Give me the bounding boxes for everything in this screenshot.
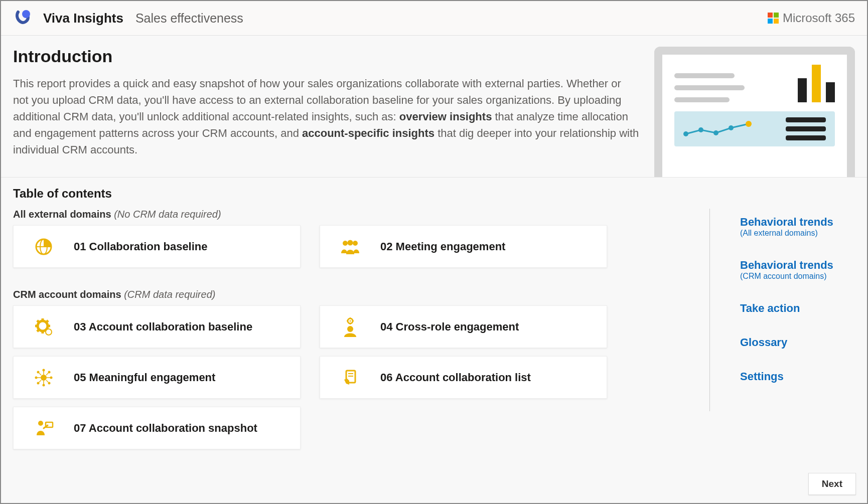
link-subtitle: (All external domains) [740, 229, 855, 238]
svg-line-42 [39, 373, 41, 375]
svg-point-2 [698, 127, 703, 132]
svg-point-23 [350, 320, 351, 321]
svg-line-19 [37, 329, 39, 331]
next-button[interactable]: Next [808, 473, 856, 495]
svg-point-34 [37, 371, 40, 373]
svg-point-4 [729, 125, 734, 130]
svg-point-9 [343, 241, 348, 246]
toc-card-account-collab-snapshot[interactable]: 07 Account collaboration snapshot [13, 407, 301, 449]
microsoft-logo-icon [768, 13, 779, 24]
svg-point-1 [683, 131, 688, 136]
svg-point-3 [713, 130, 718, 135]
svg-line-44 [39, 380, 41, 382]
intro-body: This report provides a quick and easy sn… [13, 75, 639, 158]
svg-point-31 [43, 384, 45, 386]
svg-line-43 [46, 373, 48, 375]
svg-point-11 [353, 241, 358, 246]
link-glossary[interactable]: Glossary [740, 336, 855, 349]
svg-line-20 [46, 320, 48, 322]
page-subtitle: Sales effectiveness [135, 11, 243, 26]
svg-point-28 [347, 326, 353, 332]
link-title: Take action [740, 302, 855, 315]
link-title: Behavioral trends [740, 259, 855, 272]
toc-heading: Table of contents [13, 187, 855, 201]
card-title: 04 Cross-role engagement [380, 320, 519, 333]
svg-point-29 [41, 375, 47, 381]
toc-card-account-collab-baseline[interactable]: 03 Account collaboration baseline [13, 305, 301, 348]
intro-bold-1: overview insights [399, 110, 492, 123]
svg-line-45 [46, 380, 48, 382]
group2-text: CRM account domains [13, 289, 121, 300]
toc-card-collaboration-baseline[interactable]: 01 Collaboration baseline [13, 225, 301, 268]
svg-point-35 [48, 371, 51, 373]
microsoft-365-brand: Microsoft 365 [768, 11, 855, 25]
person-gear-icon [320, 317, 380, 337]
intro-heading: Introduction [13, 47, 639, 66]
header-left: Viva Insights Sales effectiveness [13, 8, 243, 28]
toc-card-cross-role-engagement[interactable]: 04 Cross-role engagement [320, 305, 607, 348]
intro-section: Introduction This report provides a quic… [1, 36, 867, 178]
viva-logo-icon [13, 8, 33, 28]
link-take-action[interactable]: Take action [740, 302, 855, 315]
svg-line-17 [37, 320, 39, 322]
svg-point-36 [37, 382, 40, 384]
link-subtitle: (CRM account domains) [740, 272, 855, 281]
app-header: Viva Insights Sales effectiveness Micros… [1, 1, 867, 36]
svg-point-32 [35, 376, 38, 379]
svg-point-10 [348, 240, 353, 245]
person-presenting-icon [14, 419, 74, 437]
svg-point-49 [38, 421, 43, 426]
toc-area: Table of contents All external domains (… [1, 178, 867, 457]
link-settings[interactable]: Settings [740, 370, 855, 383]
intro-bold-2: account-specific insights [302, 127, 435, 139]
globe-pie-icon [14, 238, 74, 256]
link-behavioral-trends-all[interactable]: Behavioral trends (All external domains) [740, 216, 855, 238]
app-title: Viva Insights [43, 11, 123, 26]
link-behavioral-trends-crm[interactable]: Behavioral trends (CRM account domains) [740, 259, 855, 281]
link-title: Settings [740, 370, 855, 383]
gear-account-icon [14, 317, 74, 337]
toc-grid: All external domains (No CRM data requir… [13, 209, 610, 457]
intro-illustration [654, 47, 855, 177]
svg-point-5 [746, 121, 752, 127]
card-title: 03 Account collaboration baseline [74, 320, 252, 333]
card-title: 06 Account collaboration list [380, 371, 531, 384]
card-title: 01 Collaboration baseline [74, 240, 208, 253]
network-node-icon [14, 368, 74, 388]
group1-text: All external domains [13, 209, 111, 220]
group-crm-label: CRM account domains (CRM data required) [13, 289, 610, 300]
group1-note: (No CRM data required) [114, 209, 221, 220]
right-links-panel: Behavioral trends (All external domains)… [709, 209, 855, 411]
toc-card-meeting-engagement[interactable]: 02 Meeting engagement [320, 225, 607, 268]
card-title: 02 Meeting engagement [380, 240, 505, 253]
intro-text-block: Introduction This report provides a quic… [13, 47, 639, 170]
svg-point-30 [43, 369, 45, 371]
people-group-icon [320, 239, 380, 254]
group-all-external-label: All external domains (No CRM data requir… [13, 209, 610, 220]
link-title: Behavioral trends [740, 216, 855, 229]
card-title: 05 Meaningful engagement [74, 371, 215, 384]
brand-label: Microsoft 365 [783, 11, 855, 25]
group2-note: (CRM data required) [124, 289, 215, 300]
toc-card-account-collab-list[interactable]: 06 Account collaboration list [320, 356, 607, 399]
svg-point-33 [50, 376, 53, 379]
touch-list-icon [320, 369, 380, 387]
svg-point-37 [48, 382, 51, 384]
card-title: 07 Account collaboration snapshot [74, 422, 257, 435]
svg-point-21 [46, 329, 52, 335]
svg-point-0 [22, 10, 30, 18]
link-title: Glossary [740, 336, 855, 349]
toc-card-meaningful-engagement[interactable]: 05 Meaningful engagement [13, 356, 301, 399]
